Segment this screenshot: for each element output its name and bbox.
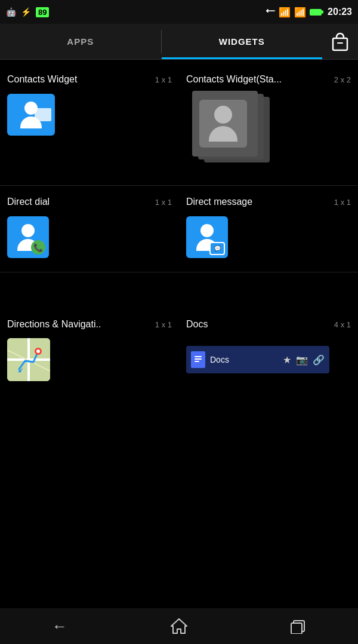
svg-rect-11 <box>195 358 202 360</box>
directions-cell[interactable]: Directions & Navigati.. 1 x 1 <box>0 315 179 387</box>
svg-rect-12 <box>195 361 199 362</box>
direct-message-preview: 💬 <box>186 213 351 261</box>
contacts-widget-size: 1 x 1 <box>155 75 172 84</box>
direct-message-name: Direct message <box>186 197 252 207</box>
bag-icon <box>329 31 351 53</box>
signal-icon: 📶 <box>294 7 306 18</box>
wifi-icon: 📶 <box>279 7 291 18</box>
back-icon: ← <box>52 617 67 636</box>
svg-rect-15 <box>291 623 302 634</box>
main-content: Contacts Widget 1 x 1 Contacts Widget(St… <box>0 60 358 608</box>
android-icon: 🤖 <box>6 7 16 17</box>
home-icon <box>170 617 188 635</box>
direct-dial-name: Direct dial <box>7 197 50 207</box>
tab-apps[interactable]: APPS <box>0 24 161 59</box>
docs-share-icon: 🔗 <box>313 354 325 366</box>
direct-dial-icon: 📞 <box>7 216 49 258</box>
docs-name: Docs <box>186 319 208 330</box>
docs-logo <box>191 351 205 368</box>
directions-name: Directions & Navigati.. <box>7 319 101 330</box>
nav-bar: ← <box>0 608 358 644</box>
direct-message-icon: 💬 <box>186 216 228 258</box>
battery-level: 89 <box>36 7 49 17</box>
direct-message-size: 1 x 1 <box>334 198 351 207</box>
contacts-widget-stacked-cell[interactable]: Contacts Widget(Sta... 2 x 2 <box>179 70 358 178</box>
docs-preview: Docs ★ 📷 🔗 <box>186 336 351 384</box>
widget-row-2: Direct dial 1 x 1 📞 Direct message <box>0 188 358 269</box>
usb-icon: ⚡ <box>21 7 31 17</box>
svg-rect-0 <box>333 38 347 50</box>
directions-size: 1 x 1 <box>155 320 172 329</box>
back-button[interactable]: ← <box>42 614 78 638</box>
bluetooth-icon: ⭠ <box>266 7 275 17</box>
svg-point-7 <box>36 349 40 353</box>
separator-1 <box>0 185 358 186</box>
direct-dial-preview: 📞 <box>7 213 172 261</box>
map-icon <box>7 338 50 381</box>
status-icons-right: ⭠ 📶 📶 20:23 <box>266 7 352 18</box>
docs-star-icon: ★ <box>283 354 291 366</box>
phone-overlay: 📞 <box>31 240 45 254</box>
message-bubble: 💬 <box>209 242 225 255</box>
home-button[interactable] <box>161 614 197 638</box>
recents-button[interactable] <box>280 614 316 638</box>
contacts-widget-stacked-icon <box>186 91 270 174</box>
tab-bar: APPS WIDGETS <box>0 24 358 60</box>
direct-dial-size: 1 x 1 <box>155 198 172 207</box>
docs-camera-icon: 📷 <box>296 354 308 366</box>
docs-label: Docs <box>210 355 278 364</box>
contacts-widget-cell[interactable]: Contacts Widget 1 x 1 <box>0 70 179 178</box>
contacts-widget-stacked-preview <box>186 91 351 174</box>
tab-widgets[interactable]: WIDGETS <box>162 24 323 59</box>
contacts-widget-sta-size: 2 x 2 <box>334 75 351 84</box>
contacts-widget-preview <box>7 91 172 139</box>
direct-message-cell[interactable]: Direct message 1 x 1 💬 <box>179 193 358 265</box>
docs-action-icons: ★ 📷 🔗 <box>283 354 325 366</box>
svg-rect-10 <box>195 356 202 357</box>
bag-button[interactable] <box>322 24 358 59</box>
card-overlay <box>35 108 51 121</box>
svg-rect-1 <box>337 42 343 44</box>
stack-front-card <box>199 100 247 148</box>
status-bar: 🤖 ⚡ 89 ⭠ 📶 📶 20:23 <box>0 0 358 24</box>
svg-marker-13 <box>171 619 187 633</box>
docs-cell[interactable]: Docs 4 x 1 Docs ★ <box>179 315 358 387</box>
spacer <box>0 275 358 311</box>
directions-preview <box>7 336 172 384</box>
map-svg <box>7 338 50 381</box>
direct-dial-cell[interactable]: Direct dial 1 x 1 📞 <box>0 193 179 265</box>
widget-row-3: Directions & Navigati.. 1 x 1 <box>0 311 358 392</box>
widget-row-1: Contacts Widget 1 x 1 Contacts Widget(St… <box>0 66 358 183</box>
docs-widget-icon: Docs ★ 📷 🔗 <box>186 346 329 373</box>
contacts-widget-name: Contacts Widget <box>7 74 77 85</box>
docs-size: 4 x 1 <box>334 320 351 329</box>
clock: 20:23 <box>328 7 352 17</box>
contacts-widget-icon <box>7 94 55 136</box>
battery-icon <box>310 9 322 16</box>
separator-2 <box>0 272 358 272</box>
recents-icon <box>290 618 307 634</box>
contacts-widget-sta-name: Contacts Widget(Sta... <box>186 74 282 85</box>
status-icons-left: 🤖 ⚡ 89 <box>6 7 49 17</box>
